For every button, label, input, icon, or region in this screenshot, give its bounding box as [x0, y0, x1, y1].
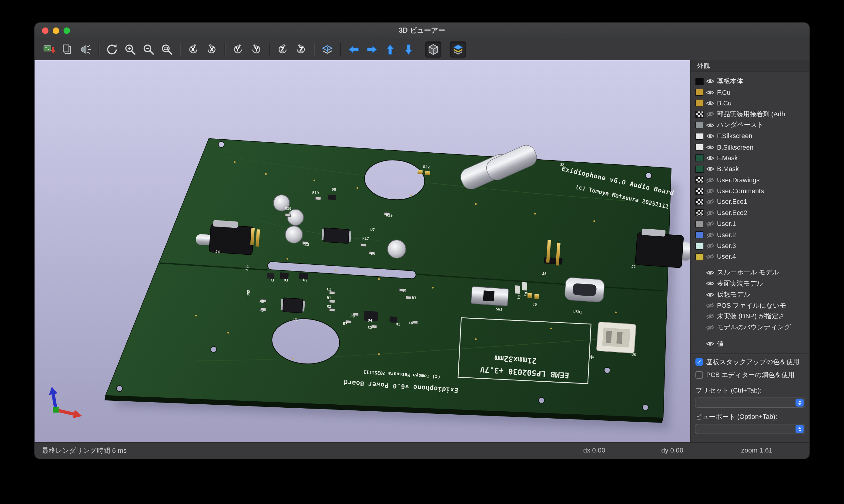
visibility-toggle[interactable]	[706, 155, 714, 161]
layer-color-swatch[interactable]	[695, 166, 704, 173]
layer-row-layer-2[interactable]: B.Cu	[691, 98, 809, 109]
rotate-x-ccw-button[interactable]: X	[185, 41, 201, 57]
layer-color-swatch[interactable]	[695, 89, 704, 96]
checkbox-checked-icon[interactable]: ✓	[695, 358, 703, 366]
visibility-eye-icon	[706, 340, 714, 347]
layer-row-layer-15[interactable]: User.3	[691, 240, 809, 251]
minimize-button[interactable]	[53, 28, 59, 34]
layer-color-swatch[interactable]	[695, 253, 704, 260]
zoom-out-button[interactable]	[140, 41, 156, 57]
raytracing-button[interactable]	[77, 41, 94, 57]
layer-row-layer-0[interactable]: 基板本体	[691, 76, 809, 87]
layer-row-layer-14[interactable]: User.2	[691, 229, 809, 240]
layer-color-swatch[interactable]	[695, 198, 704, 205]
visibility-toggle[interactable]	[706, 100, 714, 106]
visibility-eye-off-icon	[706, 253, 714, 260]
layer-row-model-1[interactable]: 表面実装モデル	[691, 278, 809, 289]
layer-row-model-2[interactable]: 仮想モデル	[691, 289, 809, 300]
visibility-toggle[interactable]	[706, 302, 714, 309]
visibility-toggle[interactable]	[706, 177, 714, 183]
redraw-button[interactable]	[104, 41, 120, 57]
zoom-fit-button[interactable]	[159, 41, 175, 57]
layer-color-swatch[interactable]	[695, 220, 704, 228]
visibility-toggle[interactable]	[706, 340, 714, 347]
visibility-toggle[interactable]	[706, 199, 714, 205]
layer-color-swatch[interactable]	[695, 242, 704, 249]
visibility-toggle[interactable]	[706, 144, 714, 150]
layer-color-swatch[interactable]	[695, 78, 704, 85]
usb-c-connector	[565, 277, 605, 302]
visibility-toggle[interactable]	[706, 324, 714, 330]
layer-color-swatch[interactable]	[695, 122, 704, 129]
orthographic-button[interactable]	[425, 41, 442, 57]
visibility-toggle[interactable]	[706, 210, 714, 216]
layer-color-swatch[interactable]	[695, 155, 704, 161]
layer-row-layer-10[interactable]: User.Comments	[691, 186, 809, 197]
use-stackup-colors-row[interactable]: ✓ 基板スタックアップの色を使用	[691, 356, 809, 369]
layer-row-model-3[interactable]: POS ファイルにないモ	[691, 300, 809, 311]
visibility-toggle[interactable]	[706, 291, 714, 298]
visibility-toggle[interactable]	[706, 166, 714, 172]
visibility-toggle[interactable]	[706, 89, 714, 95]
layer-color-swatch[interactable]	[695, 209, 704, 216]
layer-row-layer-3[interactable]: 部品実装用接着剤 (Adh	[691, 109, 809, 120]
layer-row-layer-1[interactable]: F.Cu	[691, 87, 809, 98]
layer-row-model-5[interactable]: モデルのバウンディング	[691, 322, 809, 333]
preset-combobox[interactable]	[695, 398, 805, 408]
layer-row-value[interactable]: 値	[691, 338, 809, 349]
visibility-toggle[interactable]	[706, 133, 714, 139]
rotate-y-cw-button[interactable]: Y	[248, 41, 264, 57]
layer-color-swatch[interactable]	[695, 144, 704, 150]
visibility-toggle[interactable]	[706, 313, 714, 320]
layer-row-model-4[interactable]: 未実装 (DNP) が指定さ	[691, 311, 809, 322]
layer-row-layer-4[interactable]: ハンダペースト	[691, 120, 809, 130]
layer-color-swatch[interactable]	[695, 231, 704, 238]
move-left-button[interactable]	[346, 41, 362, 57]
reload-board-button[interactable]	[41, 41, 57, 57]
visibility-toggle[interactable]	[706, 253, 714, 260]
visibility-toggle[interactable]	[706, 232, 714, 238]
layer-color-swatch[interactable]	[695, 177, 704, 183]
visibility-toggle[interactable]	[706, 78, 714, 85]
orthographic-icon	[427, 43, 440, 56]
rotate-z-cw-button[interactable]: Z	[293, 41, 309, 57]
move-right-button[interactable]	[364, 41, 380, 57]
layer-color-swatch[interactable]	[695, 100, 704, 107]
fullscreen-button[interactable]	[64, 28, 70, 34]
close-button[interactable]	[42, 28, 48, 34]
rotate-x-cw-button[interactable]: X	[203, 41, 220, 57]
use-pcb-editor-copper-colors-row[interactable]: PCB エディターの銅色を使用	[691, 368, 809, 382]
visibility-toggle[interactable]	[706, 122, 714, 128]
layer-row-layer-8[interactable]: B.Mask	[691, 164, 809, 175]
visibility-toggle[interactable]	[706, 111, 714, 117]
layer-row-layer-6[interactable]: B.Silkscreen	[691, 142, 809, 152]
zoom-in-button[interactable]	[122, 41, 138, 57]
layer-color-swatch[interactable]	[695, 111, 704, 118]
visibility-toggle[interactable]	[706, 188, 714, 194]
viewport-combobox[interactable]	[695, 424, 805, 434]
visibility-toggle[interactable]	[706, 269, 714, 276]
layer-row-layer-12[interactable]: User.Eco2	[691, 208, 809, 218]
move-up-button[interactable]	[382, 41, 398, 57]
appearance-button[interactable]	[450, 41, 466, 57]
copy-image-button[interactable]	[59, 41, 75, 57]
visibility-toggle[interactable]	[706, 242, 714, 249]
move-down-button[interactable]	[400, 41, 416, 57]
rotate-z-ccw-button[interactable]: Z	[275, 41, 291, 57]
layer-row-layer-9[interactable]: User.Drawings	[691, 175, 809, 185]
layer-row-layer-11[interactable]: User.Eco1	[691, 197, 809, 208]
layer-color-swatch[interactable]	[695, 187, 704, 195]
rotate-y-ccw-button[interactable]: Y	[230, 41, 246, 57]
checkbox-unchecked-icon[interactable]	[695, 371, 703, 379]
layer-row-layer-13[interactable]: User.1	[691, 218, 809, 229]
flip-board-button[interactable]	[319, 41, 335, 57]
visibility-toggle[interactable]	[706, 221, 714, 227]
titlebar[interactable]: 3D ビューアー	[35, 23, 810, 39]
layer-row-layer-16[interactable]: User.4	[691, 251, 809, 262]
layer-row-layer-7[interactable]: F.Mask	[691, 152, 809, 164]
3d-viewport[interactable]: Exidiophone v6.0 Audio Board (c) Tomoya …	[35, 60, 690, 442]
layer-row-model-0[interactable]: スルーホール モデル	[691, 267, 809, 278]
visibility-toggle[interactable]	[706, 281, 714, 287]
layer-row-layer-5[interactable]: F.Silkscreen	[691, 130, 809, 141]
layer-color-swatch[interactable]	[695, 133, 704, 140]
